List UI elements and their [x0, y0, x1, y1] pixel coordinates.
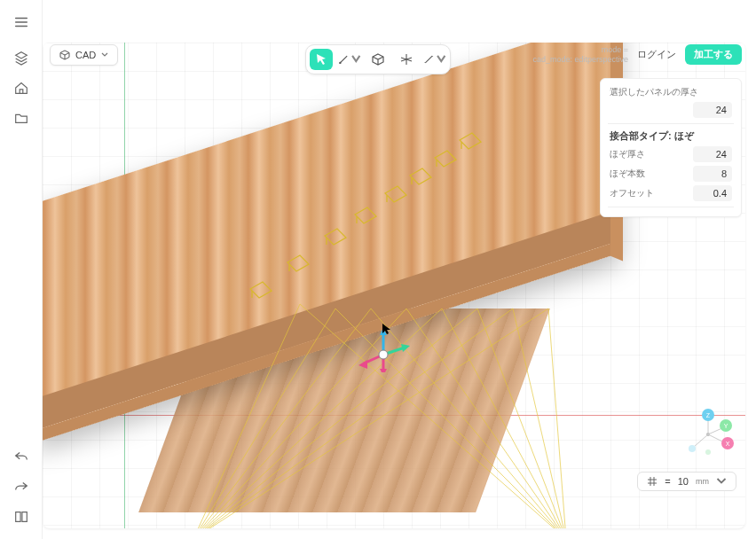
joint-section-title: 接合部タイプ: ほぞ [610, 129, 732, 143]
offset-label: オフセット [610, 187, 654, 199]
grid-icon [647, 476, 658, 487]
svg-point-38 [689, 445, 696, 452]
measure-tool[interactable] [423, 49, 446, 70]
layers-icon[interactable] [12, 48, 31, 67]
svg-text:Z: Z [706, 412, 711, 418]
home-icon[interactable] [12, 78, 31, 98]
axis-orientation-widget[interactable]: Z Y X [681, 408, 735, 461]
top-toolbar [305, 44, 451, 74]
tenon-thickness-label: ほぞ厚さ [610, 148, 645, 160]
svg-text:Y: Y [724, 423, 728, 429]
grid-size-indicator[interactable]: = 10 mm [637, 472, 736, 491]
chevron-down-icon [101, 51, 108, 59]
mode-chip-cad[interactable]: CAD [50, 44, 118, 66]
process-button[interactable]: 加工する [685, 44, 742, 65]
cursor-icon [382, 323, 394, 335]
menu-icon[interactable] [12, 12, 31, 32]
book-icon[interactable] [12, 507, 31, 527]
chevron-down-icon [716, 476, 727, 487]
mode-chip-label: CAD [75, 50, 96, 60]
cube-icon [59, 50, 70, 60]
tenon-count-label: ほぞ本数 [610, 168, 645, 180]
top-right-area: mode = cad_mode: editperspective ログイン 加工… [532, 44, 742, 65]
tenon-count-input[interactable] [693, 166, 732, 182]
undo-icon[interactable] [12, 447, 31, 466]
grid-size-equals: = [665, 476, 670, 487]
line-tool[interactable] [338, 49, 361, 70]
box-tool[interactable] [366, 49, 390, 70]
svg-text:X: X [726, 441, 730, 447]
select-tool[interactable] [310, 49, 333, 70]
grid-tool[interactable] [395, 49, 418, 70]
tenon-thickness-input[interactable] [693, 146, 732, 162]
folder-icon[interactable] [12, 108, 31, 128]
app-root: { "header": { "cad_label": "CAD", "mode_… [0, 0, 756, 539]
login-link[interactable]: ログイン [637, 48, 676, 61]
offset-input[interactable] [693, 185, 732, 201]
grid-size-value: 10 [678, 476, 689, 487]
svg-point-39 [705, 449, 711, 455]
left-toolbar [0, 0, 43, 539]
grid-size-unit: mm [696, 477, 709, 486]
panel-thickness-label: 選択したパネルの厚さ [610, 86, 732, 98]
svg-point-26 [339, 62, 341, 64]
svg-line-31 [694, 434, 708, 447]
mode-debug-text: mode = cad_mode: editperspective [532, 45, 628, 65]
panel-thickness-input[interactable] [693, 102, 732, 118]
redo-icon[interactable] [12, 477, 31, 496]
properties-panel: 選択したパネルの厚さ 接合部タイプ: ほぞ ほぞ厚さ ほぞ本数 オフセット [600, 78, 742, 217]
